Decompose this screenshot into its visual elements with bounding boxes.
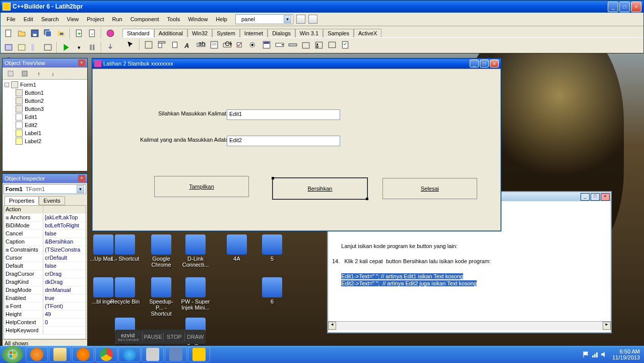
desktop-icon[interactable]: Recycle Bin	[110, 277, 140, 305]
menu-component[interactable]: Component	[126, 15, 163, 23]
add-file-icon[interactable]: +	[73, 27, 85, 39]
button-selesai[interactable]: Selesai	[382, 178, 477, 199]
mainmenu-icon[interactable]	[156, 39, 168, 51]
run-icon[interactable]	[60, 41, 72, 53]
label-icon[interactable]: A	[182, 39, 194, 51]
tree-tool-2[interactable]	[19, 68, 31, 80]
popupmenu-icon[interactable]	[169, 39, 181, 51]
horizontal-scrollbar[interactable]: ◄ ►	[328, 321, 611, 330]
form-canvas[interactable]: Silahkan Masukkan Kalimat Edit1 Kalimat …	[92, 69, 501, 231]
tab-events[interactable]: Events	[39, 196, 65, 205]
minimize-button[interactable]: _	[470, 59, 479, 68]
menu-help[interactable]: Help	[212, 15, 231, 23]
menu-tools[interactable]: Tools	[163, 15, 184, 23]
taskbar-wmp[interactable]	[26, 347, 48, 362]
prop-row-caption[interactable]: Caption&Bersihkan	[4, 238, 86, 246]
tree-down-icon[interactable]: ↓	[47, 68, 59, 80]
radiobutton-icon[interactable]	[247, 39, 260, 51]
view-unit-icon[interactable]	[3, 41, 15, 53]
label2[interactable]: Kalimat yang anda Masukkan Adalah	[140, 137, 231, 143]
property-grid[interactable]: ActionAnchors[akLeft,akTopBiDiModebdLeft…	[4, 205, 86, 339]
tree-node-form1[interactable]: -Form1	[4, 81, 86, 89]
tab-activex[interactable]: ActiveX	[354, 29, 381, 37]
prop-row-action[interactable]: Action	[4, 206, 86, 214]
ezvid-stop-button[interactable]: STOP	[163, 332, 184, 341]
prop-row-default[interactable]: Defaultfalse	[4, 262, 86, 270]
prop-row-anchors[interactable]: Anchors[akLeft,akTop	[4, 214, 86, 222]
ezvid-pause-button[interactable]: PAUSE	[142, 332, 163, 341]
flag-icon[interactable]	[582, 350, 590, 358]
prop-row-font[interactable]: Font(TFont)	[4, 302, 86, 311]
maximize-button[interactable]: □	[591, 193, 600, 201]
tab-win32[interactable]: Win32	[187, 29, 212, 37]
prop-row-dragkind[interactable]: DragKinddkDrag	[4, 278, 86, 286]
taskbar-explorer[interactable]	[49, 347, 71, 362]
prop-row-dragcursor[interactable]: DragCursorcrDrag	[4, 270, 86, 278]
remove-file-icon[interactable]: -	[86, 27, 98, 39]
tab-standard[interactable]: Standard	[122, 29, 154, 37]
menu-edit[interactable]: Edit	[20, 15, 37, 23]
trace-into-icon[interactable]	[104, 41, 116, 53]
prop-row-enabled[interactable]: Enabledtrue	[4, 294, 86, 302]
tab-win31[interactable]: Win 3.1	[295, 29, 323, 37]
prop-row-dragmode[interactable]: DragModedmManual	[4, 286, 86, 294]
prop-row-cursor[interactable]: CursorcrDefault	[4, 254, 86, 262]
close-button[interactable]: ×	[631, 2, 641, 12]
form-titlebar[interactable]: Latihan 2 Stambuk xxxxxxxx _ □ ×	[92, 58, 501, 69]
label1[interactable]: Silahkan Masukkan Kalimat	[158, 110, 226, 116]
close-icon[interactable]: ×	[78, 59, 85, 67]
open-project-icon[interactable]	[55, 27, 67, 39]
tree-node-label1[interactable]: Label1	[4, 129, 86, 137]
checkbox-icon[interactable]	[234, 39, 246, 51]
taskbar-chrome[interactable]	[95, 347, 117, 362]
edit-icon[interactable]: ab|	[195, 39, 207, 51]
newform-icon[interactable]	[42, 41, 54, 53]
tree-node-edit1[interactable]: Edit1	[4, 113, 86, 121]
saveall-icon[interactable]	[42, 27, 54, 39]
new-icon[interactable]	[3, 27, 15, 39]
open-icon[interactable]	[16, 27, 28, 39]
menu-file[interactable]: File	[3, 15, 20, 23]
button-tampilkan[interactable]: Tampilkan	[154, 176, 249, 197]
close-button[interactable]: ×	[601, 193, 610, 201]
groupbox-icon[interactable]	[300, 39, 312, 51]
prop-row-bidimode[interactable]: BiDiModebdLeftToRight	[4, 222, 86, 230]
inspector-header[interactable]: Object Inspector ×	[3, 174, 87, 183]
menu-window[interactable]: Window	[184, 15, 212, 23]
start-button[interactable]	[2, 346, 23, 363]
network-icon[interactable]	[591, 350, 599, 358]
close-button[interactable]: ×	[490, 59, 499, 68]
tree-tool-1[interactable]	[5, 68, 17, 80]
pause-icon[interactable]	[86, 41, 98, 53]
desktop-icon[interactable]: 6	[257, 277, 287, 305]
view-form-icon[interactable]	[16, 41, 28, 53]
tool-icon-2[interactable]	[308, 15, 317, 24]
scrollbar-icon[interactable]	[287, 39, 299, 51]
desktop-icon[interactable]: 4A	[222, 234, 252, 262]
tool-icon-1[interactable]	[296, 15, 305, 24]
tree-node-button1[interactable]: Button1	[4, 89, 86, 97]
tree-node-button3[interactable]: Button3	[4, 105, 86, 113]
clock[interactable]: 6:50 AM 11/19/2013	[612, 348, 640, 360]
tree-up-icon[interactable]: ↑	[33, 68, 45, 80]
combobox-icon[interactable]	[274, 39, 286, 51]
desktop-icon[interactable]: Google Chrome	[146, 234, 176, 268]
desktop-icon[interactable]: Speedup-P... - Shortcut	[146, 277, 176, 317]
minimize-button[interactable]: _	[608, 2, 618, 12]
maximize-button[interactable]: □	[480, 59, 489, 68]
help-icon[interactable]	[104, 27, 116, 39]
prop-row-cancel[interactable]: Cancelfalse	[4, 230, 86, 238]
tab-system[interactable]: System	[212, 29, 240, 37]
tab-samples[interactable]: Samples	[323, 29, 354, 37]
tab-dialogs[interactable]: Dialogs	[268, 29, 295, 37]
close-icon[interactable]: ×	[78, 175, 85, 182]
button-icon[interactable]: OK	[221, 39, 233, 51]
prop-row-helpcontext[interactable]: HelpContext0	[4, 319, 86, 327]
taskbar-app2[interactable]	[165, 347, 187, 362]
ezvid-draw-button[interactable]: DRAW	[184, 332, 206, 341]
ezvid-recorder[interactable]: ezvid RECORDER PAUSE STOP DRAW	[115, 330, 206, 344]
memo-icon[interactable]	[208, 39, 220, 51]
desktop-icon[interactable]: PW - Super Injek Mini...	[180, 277, 211, 311]
toggle-icon[interactable]	[29, 41, 41, 53]
radiogroup-icon[interactable]	[313, 39, 325, 51]
